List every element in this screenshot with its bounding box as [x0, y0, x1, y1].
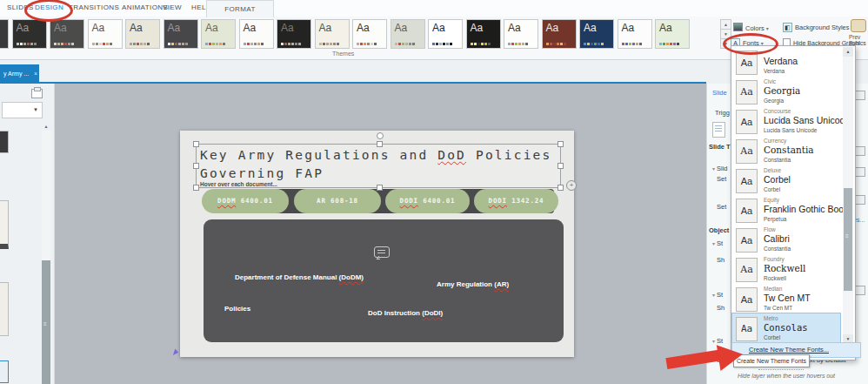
theme-name: Deluxe: [764, 167, 781, 173]
documents-dark-panel[interactable]: Department of Defense Manual (DoDM)Army …: [204, 219, 564, 342]
triggers-panel-text: Trigg: [715, 109, 730, 117]
theme-color-dots: [92, 43, 112, 45]
theme-font-item-franklin-gothic-book[interactable]: AaEquityFranklin Gothic BookPerpetua: [732, 195, 840, 226]
selection-handle[interactable]: [377, 141, 383, 147]
selection-handle[interactable]: [558, 141, 564, 147]
slide-thumbnail-selected-partial[interactable]: [0, 360, 9, 383]
slide-canvas[interactable]: Key Army Regulations and DoD Policies Go…: [180, 131, 574, 357]
background-styles-icon: ◧: [783, 23, 792, 32]
theme-font-item-calibri[interactable]: AaFlowCalibriConstantia: [732, 225, 840, 255]
triggers-panel-text: Object: [709, 226, 729, 234]
ribbon-tab-bar: SLIDESDESIGNTRANSITIONSANIMATIONSVIEWHEL…: [0, 0, 868, 17]
theme-thumbnail[interactable]: Aa: [315, 19, 350, 49]
slide-sorter-icon[interactable]: [31, 89, 43, 98]
theme-aa-sample: Aa: [281, 22, 294, 34]
theme-thumbnail[interactable]: Aa: [277, 19, 311, 49]
theme-color-dots: [281, 43, 301, 45]
theme-color-dots: [244, 43, 264, 45]
selection-handle[interactable]: [193, 163, 199, 169]
slide-thumbnail-partial[interactable]: [0, 131, 9, 153]
theme-color-dots: [508, 43, 528, 45]
theme-thumbnail[interactable]: Aa: [125, 19, 160, 49]
speech-bubble-icon: [374, 246, 390, 258]
hover-out-hint: Hide layer when the user hovers out: [738, 373, 835, 379]
panel-edge-icon[interactable]: [855, 195, 865, 205]
new-trigger-icon[interactable]: [712, 122, 725, 138]
theme-thumbnail[interactable]: Aa: [466, 19, 501, 49]
background-styles-button[interactable]: ◧Background Styles ▾: [783, 23, 854, 32]
theme-color-dots: [584, 43, 604, 45]
document-pill-button[interactable]: AR 608-18: [294, 189, 381, 213]
font-subname: Constantia: [764, 157, 791, 163]
theme-thumbnail[interactable]: Aa: [88, 19, 123, 49]
document-pill-button[interactable]: DODI 1342.24: [474, 189, 558, 213]
theme-color-dots: [168, 43, 188, 45]
theme-thumbnail[interactable]: Aa: [0, 19, 9, 49]
move-anchor-icon[interactable]: +: [566, 180, 577, 191]
scene-dropdown[interactable]: ▼: [2, 102, 43, 118]
selection-handle[interactable]: [377, 185, 383, 191]
slide-thumbnail-partial[interactable]: [0, 200, 9, 249]
tab-transitions[interactable]: TRANSITIONS: [69, 3, 119, 11]
slide-thumbnail-partial[interactable]: [0, 282, 9, 336]
colors-button[interactable]: Colors ▾: [733, 23, 769, 32]
theme-thumbnail[interactable]: Aa: [579, 19, 614, 49]
tab-format[interactable]: FORMAT: [206, 0, 274, 17]
thumbnails-scrollbar[interactable]: ▲: [42, 122, 50, 384]
theme-thumbnail[interactable]: Aa: [201, 19, 236, 49]
scroll-up-icon[interactable]: ▲: [42, 122, 50, 131]
font-aa-icon: Aa: [736, 228, 758, 253]
theme-thumbnail[interactable]: Aa: [504, 19, 538, 49]
font-aa-icon: Aa: [736, 110, 758, 134]
theme-font-item-rockwell[interactable]: AaFoundryRockwellRockwell: [732, 254, 840, 285]
theme-name: Median: [764, 286, 782, 292]
selection-handle[interactable]: [193, 185, 199, 191]
theme-font-item-consolas[interactable]: AaMetroConsolasCorbel: [732, 313, 840, 344]
theme-thumbnail[interactable]: Aa: [542, 19, 577, 49]
document-pill-button[interactable]: DODI 6400.01: [385, 189, 470, 213]
theme-aa-sample: Aa: [205, 22, 218, 34]
dropdown-scrollbar[interactable]: ▲ ▼: [843, 47, 853, 357]
scrollbar-thumb[interactable]: [844, 188, 852, 291]
theme-thumbnail[interactable]: Aa: [352, 19, 387, 49]
panel-edge-icon[interactable]: [855, 167, 865, 177]
theme-font-item-lucida-sans-unicode[interactable]: AaConcourseLucida Sans UnicodeLucida San…: [732, 106, 840, 137]
theme-thumbnail[interactable]: Aa: [655, 19, 690, 49]
panel-edge-icon[interactable]: [855, 286, 865, 295]
triggers-panel-text: Sh: [717, 256, 724, 264]
font-subname: Verdana: [764, 68, 785, 74]
theme-thumbnail[interactable]: Aa: [50, 19, 84, 49]
theme-font-item-constantia[interactable]: AaCurrencyConstantiaConstantia: [732, 136, 840, 166]
tab-view[interactable]: VIEW: [163, 3, 182, 11]
font-subname: Corbel: [764, 334, 780, 340]
scrollbar-thumb[interactable]: [42, 260, 50, 384]
theme-thumbnail[interactable]: Aa: [391, 19, 425, 49]
theme-thumbnail[interactable]: Aa: [428, 19, 463, 49]
preview-label: Prev: [849, 34, 860, 40]
scroll-up-icon[interactable]: ▲: [843, 47, 853, 57]
triggers-panel-text: Slid: [712, 165, 728, 172]
selection-handle[interactable]: [193, 141, 199, 147]
theme-font-item-tw-cen-mt[interactable]: AaMedianTw Cen MTTw Cen MT: [732, 284, 840, 314]
panel-edge-icon[interactable]: [855, 91, 865, 100]
theme-font-item-corbel[interactable]: AaDeluxeCorbelCorbel: [732, 165, 840, 196]
triggers-panel-text: Slide T: [709, 143, 731, 151]
theme-thumbnail[interactable]: Aa: [12, 19, 47, 49]
theme-aa-sample: Aa: [622, 22, 635, 34]
document-tab[interactable]: y Army ... ×: [0, 64, 39, 84]
selection-handle[interactable]: [558, 163, 564, 169]
rotation-handle[interactable]: [377, 132, 384, 139]
themes-caption: Themes: [332, 51, 354, 57]
close-icon[interactable]: ×: [34, 64, 37, 84]
selection-handle[interactable]: [558, 185, 564, 191]
theme-thumbnail[interactable]: Aa: [239, 19, 274, 49]
theme-thumbnail[interactable]: Aa: [618, 19, 652, 49]
tab-animations[interactable]: ANIMATIONS: [122, 3, 168, 11]
theme-name: Concourse: [764, 108, 791, 114]
document-pill-button[interactable]: DODM 6400.01: [202, 189, 289, 213]
theme-font-item-georgia[interactable]: AaCivicGeorgiaGeorgia: [732, 77, 840, 107]
theme-aa-sample: Aa: [244, 22, 257, 34]
font-name: Calibri: [764, 233, 790, 244]
theme-thumbnail[interactable]: Aa: [164, 19, 198, 49]
panel-edge-icon[interactable]: [855, 146, 865, 156]
